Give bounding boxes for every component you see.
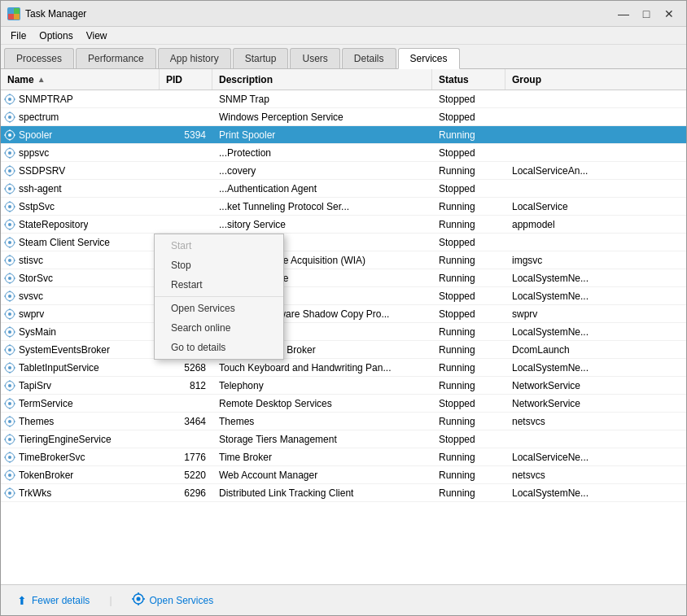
table-row[interactable]: Themes 3464 Themes Running netsvcs	[1, 413, 686, 430]
tab-performance[interactable]: Performance	[76, 48, 156, 68]
svc-pid-cell: 5268	[160, 362, 212, 374]
context-menu-item[interactable]: Go to details	[155, 338, 283, 357]
svc-desc-cell: ...covery	[212, 165, 432, 177]
table-row[interactable]: TapiSrv 812 Telephony Running NetworkSer…	[1, 377, 686, 395]
svc-desc-cell: Telephony	[212, 380, 432, 391]
table-row[interactable]: svsvc Spot Verifier Stopped LocalSystemN…	[1, 287, 686, 305]
svc-name-cell: Spooler	[1, 129, 160, 141]
svc-status-cell: Running	[432, 344, 505, 356]
svg-point-5	[8, 98, 11, 101]
svc-status-cell: Running	[432, 165, 505, 177]
table-row[interactable]: SSDPSRV ...covery Running LocalServiceAn…	[1, 162, 686, 180]
svg-point-83	[8, 330, 11, 334]
task-manager-window: Task Manager — □ ✕ File Options View Pro…	[0, 0, 687, 616]
svg-point-23	[8, 151, 11, 155]
svc-name-cell: SstpSvc	[1, 201, 160, 212]
col-header-name[interactable]: Name ▲	[1, 69, 160, 90]
table-row[interactable]: TermService Remote Desktop Services Stop…	[1, 395, 686, 413]
context-menu-separator	[155, 296, 283, 297]
app-icon	[7, 7, 20, 20]
svc-status-cell: Stopped	[432, 434, 505, 445]
menu-file[interactable]: File	[4, 28, 33, 43]
tab-processes[interactable]: Processes	[4, 48, 74, 68]
minimize-button[interactable]: —	[613, 5, 634, 23]
svc-name-cell: TokenBroker	[1, 470, 160, 481]
table-row[interactable]: TabletInputService 5268 Touch Keyboard a…	[1, 359, 686, 377]
menu-bar: File Options View	[1, 27, 686, 45]
table-row[interactable]: SNMPTRAP SNMP Trap Stopped	[1, 90, 686, 108]
table-row[interactable]: SstpSvc ...ket Tunneling Protocol Ser...…	[1, 198, 686, 216]
svc-desc-cell: Web Account Manager	[212, 470, 432, 481]
table-row[interactable]: TrkWks 6296 Distributed Link Tracking Cl…	[1, 484, 686, 502]
svg-point-125	[8, 456, 11, 459]
content-area: Name ▲ PID Description Status Group	[1, 69, 686, 615]
table-row[interactable]: SystemEventsBroker 1140 System Events Br…	[1, 341, 686, 359]
svc-status-cell: Stopped	[432, 237, 505, 248]
svc-name-cell: SSDPSRV	[1, 165, 160, 177]
service-icon	[4, 201, 15, 212]
service-icon	[4, 219, 15, 230]
table-row[interactable]: StateRepository ...sitory Service Runnin…	[1, 216, 686, 234]
tab-details[interactable]: Details	[342, 48, 396, 68]
svg-point-95	[8, 366, 11, 369]
svg-point-143	[136, 597, 140, 601]
svc-pid-cell: 5220	[160, 470, 212, 481]
context-menu-item[interactable]: Restart	[155, 275, 283, 295]
table-row[interactable]: TieringEngineService Storage Tiers Manag…	[1, 430, 686, 448]
col-header-desc[interactable]: Description	[212, 69, 432, 90]
service-icon	[4, 291, 15, 302]
context-menu-item: Start	[155, 236, 283, 256]
table-row[interactable]: stisvc 6256 Windows Image Acquisition (W…	[1, 251, 686, 269]
table-row[interactable]: SysMain 3296 SysMain Running LocalSystem…	[1, 323, 686, 341]
open-services-button[interactable]: Open Services	[125, 589, 221, 611]
close-button[interactable]: ✕	[659, 5, 680, 23]
svc-name-cell: spectrum	[1, 111, 160, 123]
svc-status-cell: Running	[432, 129, 505, 141]
svc-name-cell: SystemEventsBroker	[1, 344, 160, 356]
svc-desc-cell: ...sitory Service	[212, 219, 432, 230]
col-header-group[interactable]: Group	[505, 69, 686, 90]
svc-name-cell: Themes	[1, 416, 160, 427]
table-row[interactable]: Spooler 5394 Print Spooler Running	[1, 126, 686, 144]
svc-name-cell: ssh-agent	[1, 183, 160, 194]
svc-group-cell: LocalSystemNe...	[505, 326, 686, 338]
table-row[interactable]: Steam Client Service ...nt Service Stopp…	[1, 234, 686, 251]
svc-desc-cell: ...Authentication Agent	[212, 183, 432, 194]
table-row[interactable]: ssh-agent ...Authentication Agent Stoppe…	[1, 180, 686, 198]
svc-status-cell: Stopped	[432, 111, 505, 123]
svc-status-cell: Running	[432, 470, 505, 481]
tab-app-history[interactable]: App history	[158, 48, 231, 68]
col-header-status[interactable]: Status	[432, 69, 505, 90]
svc-name-cell: TabletInputService	[1, 362, 160, 374]
menu-options[interactable]: Options	[33, 28, 79, 43]
context-menu-item[interactable]: Search online	[155, 318, 283, 338]
table-row[interactable]: swprv Microsoft Software Shadow Copy Pro…	[1, 305, 686, 323]
table-row[interactable]: spectrum Windows Perception Service Stop…	[1, 108, 686, 126]
svg-point-17	[8, 133, 11, 137]
tab-users[interactable]: Users	[290, 48, 339, 68]
svg-point-137	[8, 491, 11, 495]
context-menu-item[interactable]: Stop	[155, 256, 283, 275]
table-row[interactable]: TimeBrokerSvc 1776 Time Broker Running L…	[1, 448, 686, 466]
svc-name-cell: Steam Client Service	[1, 237, 160, 248]
maximize-button[interactable]: □	[636, 5, 657, 23]
table-row[interactable]: sppsvc ...Protection Stopped	[1, 144, 686, 162]
fewer-details-icon: ⬆	[17, 594, 27, 607]
svg-point-131	[8, 474, 11, 477]
svc-group-cell: LocalSystemNe...	[505, 362, 686, 374]
services-table[interactable]: SNMPTRAP SNMP Trap Stopped spectrum Wind…	[1, 90, 686, 584]
table-row[interactable]: TokenBroker 5220 Web Account Manager Run…	[1, 466, 686, 484]
svc-status-cell: Running	[432, 255, 505, 266]
tab-startup[interactable]: Startup	[233, 48, 289, 68]
table-row[interactable]: StorSvc 9268 Storage Service Running Loc…	[1, 269, 686, 287]
context-menu-item[interactable]: Open Services	[155, 299, 283, 318]
svg-point-101	[8, 384, 11, 387]
tab-services[interactable]: Services	[398, 48, 460, 69]
col-header-pid[interactable]: PID	[160, 69, 212, 90]
menu-view[interactable]: View	[80, 28, 114, 43]
svc-group-cell: imgsvc	[505, 255, 686, 266]
svc-name-cell: TimeBrokerSvc	[1, 452, 160, 463]
svc-desc-cell: ...ket Tunneling Protocol Ser...	[212, 201, 432, 212]
fewer-details-button[interactable]: ⬆ Fewer details	[11, 591, 96, 610]
service-icon	[4, 380, 15, 391]
